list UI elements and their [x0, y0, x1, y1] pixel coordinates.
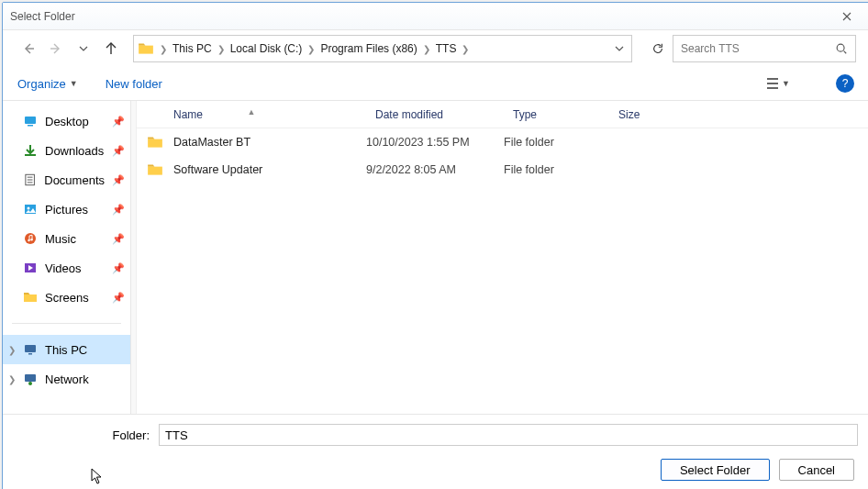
chevron-right-icon[interactable]: ❯ [8, 374, 16, 384]
caret-down-icon: ▼ [782, 79, 790, 88]
sidebar-item-label: Screens [45, 291, 89, 305]
arrow-right-icon [49, 41, 63, 56]
svg-point-6 [28, 207, 30, 210]
chevron-down-icon [79, 44, 88, 53]
column-name[interactable]: Name▲ [137, 108, 366, 121]
body-area: Desktop📌Downloads📌Documents📌Pictures📌Mus… [3, 100, 868, 414]
window-title: Select Folder [10, 10, 832, 23]
breadcrumb-item[interactable]: Program Files (x86) [317, 42, 420, 55]
close-icon [842, 12, 851, 21]
breadcrumb-item[interactable]: This PC [169, 42, 216, 55]
search-input[interactable] [681, 42, 835, 55]
sidebar: Desktop📌Downloads📌Documents📌Pictures📌Mus… [3, 101, 131, 414]
caret-down-icon: ▼ [70, 79, 78, 88]
downloads-icon [23, 143, 38, 158]
svg-point-9 [30, 239, 32, 240]
documents-icon [23, 172, 37, 187]
recent-dropdown[interactable] [71, 36, 96, 61]
new-folder-button[interactable]: New folder [106, 77, 162, 91]
desktop-icon [23, 114, 38, 128]
pin-icon: 📌 [112, 204, 125, 216]
column-size[interactable]: Size [609, 108, 683, 121]
cursor-icon [91, 468, 104, 484]
chevron-right-icon[interactable]: ❯ [8, 345, 16, 355]
chevron-right-icon: ❯ [216, 44, 227, 54]
nav-bar: ❯ This PC ❯ Local Disk (C:) ❯ Program Fi… [3, 30, 868, 67]
arrow-left-icon [21, 41, 36, 56]
sidebar-item-network[interactable]: ❯Network [3, 364, 130, 394]
sidebar-item-label: Desktop [45, 115, 89, 128]
music-icon [23, 231, 38, 246]
file-row[interactable]: DataMaster BT10/10/2023 1:55 PMFile fold… [137, 128, 868, 156]
sidebar-item-label: Downloads [45, 144, 104, 158]
select-folder-dialog: Select Folder ❯ This PC ❯ Local Disk (C:… [2, 2, 868, 489]
pin-icon: 📌 [112, 233, 125, 245]
pin-icon: 📌 [112, 262, 125, 274]
chevron-right-icon: ❯ [460, 44, 471, 54]
arrow-up-icon [104, 41, 118, 56]
close-button[interactable] [832, 6, 862, 27]
refresh-icon [651, 42, 664, 55]
forward-button[interactable] [43, 36, 69, 61]
sidebar-item-label: Music [45, 232, 76, 246]
file-name: DataMaster BT [173, 136, 366, 149]
sidebar-item-label: Network [45, 372, 89, 386]
sidebar-item-this-pc[interactable]: ❯This PC [3, 335, 130, 364]
up-button[interactable] [98, 36, 124, 61]
file-date: 10/10/2023 1:55 PM [366, 136, 504, 149]
file-list[interactable]: DataMaster BT10/10/2023 1:55 PMFile fold… [137, 128, 868, 414]
videos-icon [23, 261, 38, 275]
sidebar-item-documents[interactable]: Documents📌 [3, 165, 130, 194]
column-type[interactable]: Type [504, 108, 609, 121]
breadcrumb-item[interactable]: TTS [432, 42, 461, 55]
folder-icon [147, 161, 163, 178]
breadcrumb[interactable]: ❯ This PC ❯ Local Disk (C:) ❯ Program Fi… [133, 35, 632, 62]
search-box[interactable] [673, 35, 856, 62]
svg-rect-12 [28, 353, 32, 355]
chevron-right-icon: ❯ [306, 44, 317, 54]
cancel-button[interactable]: Cancel [779, 459, 854, 481]
pin-icon: 📌 [112, 174, 125, 186]
sidebar-item-music[interactable]: Music📌 [3, 224, 130, 253]
column-date[interactable]: Date modified [366, 108, 504, 121]
folder-input[interactable] [159, 424, 858, 446]
pin-icon: 📌 [112, 292, 125, 304]
list-icon [765, 77, 780, 90]
svg-point-7 [25, 233, 36, 244]
pictures-icon [23, 202, 38, 217]
sidebar-item-videos[interactable]: Videos📌 [3, 253, 130, 283]
view-options-button[interactable]: ▼ [765, 77, 790, 90]
breadcrumb-item[interactable]: Local Disk (C:) [227, 42, 306, 55]
help-button[interactable]: ? [836, 74, 854, 93]
chevron-right-icon: ❯ [421, 44, 432, 54]
network-icon [23, 372, 38, 386]
file-row[interactable]: Software Updater9/2/2022 8:05 AMFile fol… [137, 156, 868, 183]
back-button[interactable] [16, 36, 41, 61]
folder-label: Folder: [3, 428, 159, 442]
chevron-down-icon[interactable] [615, 44, 624, 53]
sidebar-item-label: This PC [45, 343, 87, 357]
folder-icon [23, 290, 38, 305]
file-date: 9/2/2022 8:05 AM [366, 163, 504, 176]
svg-point-14 [28, 382, 32, 385]
organize-button[interactable]: Organize ▼ [17, 77, 78, 91]
sidebar-item-label: Pictures [45, 203, 88, 217]
pin-icon: 📌 [112, 116, 125, 128]
sidebar-item-screens[interactable]: Screens📌 [3, 283, 130, 312]
pc-icon [23, 342, 38, 357]
toolbar: Organize ▼ New folder ▼ ? [3, 67, 868, 100]
chevron-right-icon: ❯ [158, 44, 169, 54]
file-header: Name▲ Date modified Type Size [137, 101, 868, 128]
svg-rect-2 [28, 125, 33, 127]
file-type: File folder [504, 136, 609, 149]
sidebar-item-desktop[interactable]: Desktop📌 [3, 106, 130, 136]
refresh-button[interactable] [645, 36, 671, 61]
sidebar-item-downloads[interactable]: Downloads📌 [3, 136, 130, 165]
file-name: Software Updater [173, 163, 366, 176]
select-folder-button[interactable]: Select Folder [661, 459, 770, 481]
sidebar-item-label: Videos [45, 261, 82, 275]
svg-rect-3 [25, 154, 36, 156]
pin-icon: 📌 [112, 145, 125, 157]
sidebar-item-pictures[interactable]: Pictures📌 [3, 194, 130, 224]
folder-icon [147, 134, 163, 150]
